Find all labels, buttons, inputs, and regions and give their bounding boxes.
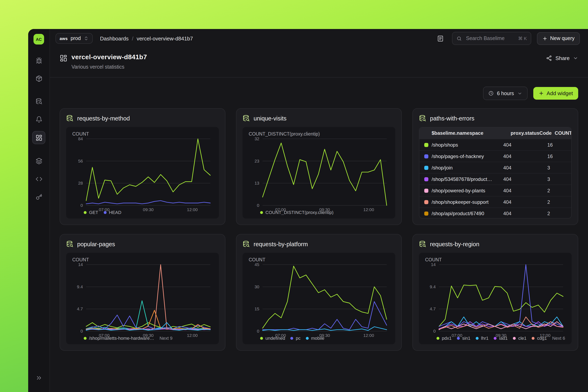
svg-text:09:30: 09:30: [143, 333, 154, 338]
svg-text:84: 84: [78, 136, 83, 141]
svg-text:28: 28: [78, 181, 83, 186]
statuscode-cell: 404: [503, 199, 547, 205]
widget-header: paths-with-errors: [419, 115, 572, 122]
svg-text:14: 14: [78, 262, 83, 267]
new-query-button[interactable]: New query: [537, 32, 580, 45]
widget-header: popular-pages: [66, 240, 219, 248]
widget-title: requests-by-region: [430, 241, 480, 248]
widget-paths-with-errors: paths-with-errors $baselime.namespace pr…: [412, 108, 578, 225]
package-icon[interactable]: [33, 72, 45, 84]
breadcrumb-dashboards[interactable]: Dashboards: [100, 35, 128, 42]
bell-icon[interactable]: [33, 113, 45, 125]
svg-text:07:00: 07:00: [452, 333, 462, 338]
page-subtitle: Various vercel statistics: [72, 64, 147, 70]
column-header-count[interactable]: COUNT: [555, 130, 572, 136]
layers-icon[interactable]: [33, 155, 45, 167]
svg-text:12:00: 12:00: [187, 333, 198, 338]
row-swatch: [424, 143, 428, 147]
share-button[interactable]: Share: [546, 54, 578, 61]
svg-text:12:00: 12:00: [364, 207, 374, 212]
svg-text:12:00: 12:00: [364, 333, 374, 338]
count-cell: 2: [547, 199, 571, 205]
sidebar-expand-icon[interactable]: [33, 372, 45, 384]
environment-selector[interactable]: aws prod: [56, 33, 93, 44]
widget-grid: requests-by-method COUNT 028568407:0009:…: [50, 100, 588, 351]
code-icon[interactable]: [33, 173, 45, 185]
line-chart[interactable]: 015304507:0009:3012:00: [248, 262, 390, 334]
row-swatch: [424, 200, 428, 204]
svg-text:23: 23: [254, 159, 259, 163]
page-title: vercel-overview-d841b7: [72, 54, 147, 61]
chart-panel: COUNT 04.79.41407:0009:3012:00 pdx1sin1l…: [419, 253, 572, 344]
svg-text:9.4: 9.4: [77, 284, 83, 289]
widget-popular-pages: popular-pages COUNT 04.79.41407:0009:301…: [60, 234, 226, 351]
svg-text:07:00: 07:00: [275, 207, 286, 212]
share-icon: [546, 55, 552, 61]
statuscode-cell: 404: [503, 210, 547, 216]
key-icon[interactable]: [33, 191, 45, 203]
search-input[interactable]: [465, 35, 515, 42]
metric-label: COUNT: [72, 257, 214, 262]
statuscode-cell: 404: [503, 188, 547, 193]
count-cell: 3: [547, 165, 571, 170]
svg-text:13: 13: [254, 181, 259, 186]
time-range-selector[interactable]: 6 hours: [483, 86, 527, 100]
table-row[interactable]: /shop/pages-of-hackney40416: [419, 150, 571, 162]
count-cell: 2: [547, 188, 571, 193]
svg-text:09:30: 09:30: [319, 207, 330, 212]
dashboard-title-icon: [60, 54, 68, 64]
svg-text:32: 32: [254, 136, 259, 141]
topbar: aws prod Dashboards / vercel-overview-d8…: [50, 29, 588, 48]
widget-header: requests-by-platform: [242, 240, 395, 248]
chart-panel: COUNT_DISTINCT(proxy.clientip) 013233207…: [242, 127, 395, 218]
svg-text:0: 0: [80, 203, 83, 208]
svg-text:07:00: 07:00: [99, 207, 110, 212]
widget-header: requests-by-method: [66, 115, 219, 122]
widget-title: requests-by-method: [77, 115, 130, 122]
column-header-statuscode[interactable]: proxy.statusCode: [510, 130, 555, 136]
log-panel-icon[interactable]: [434, 32, 446, 44]
avatar[interactable]: AC: [34, 34, 44, 44]
svg-text:09:30: 09:30: [319, 333, 330, 338]
metric-label: COUNT_DISTINCT(proxy.clientip): [248, 132, 390, 136]
database-search-icon[interactable]: [33, 95, 45, 108]
chevrons-up-down-icon: [84, 36, 88, 41]
widget-header: requests-by-region: [419, 240, 572, 248]
table-row[interactable]: /shop/api/product/674904042: [419, 208, 571, 218]
dashboard-icon[interactable]: [32, 131, 45, 144]
bug-icon[interactable]: [33, 54, 45, 66]
chart-canvas: 04.79.41407:0009:3012:00: [72, 262, 214, 338]
line-chart[interactable]: 04.79.41407:0009:3012:00: [424, 262, 566, 334]
line-chart[interactable]: 028568407:0009:3012:00: [72, 136, 214, 208]
breadcrumb: Dashboards / vercel-overview-d841b7: [100, 35, 193, 42]
table-row[interactable]: /shop/powered-by-plants4042: [419, 184, 571, 196]
table-row[interactable]: /shop/shops40416: [419, 139, 571, 150]
errors-table: $baselime.namespace proxy.statusCode COU…: [419, 127, 572, 218]
svg-text:07:00: 07:00: [275, 333, 286, 338]
column-header-namespace[interactable]: $baselime.namespace: [419, 130, 510, 136]
namespace-cell: /shop/pages-of-hackney: [432, 153, 487, 159]
widget-requests-by-region: requests-by-region COUNT 04.79.41407:000…: [412, 234, 578, 351]
new-query-label: New query: [550, 36, 575, 41]
svg-text:0: 0: [80, 329, 83, 334]
search-bar[interactable]: ⌘ K: [452, 32, 532, 45]
svg-text:45: 45: [254, 262, 259, 267]
aws-logo: aws: [60, 36, 68, 41]
line-chart[interactable]: 04.79.41407:0009:3012:00: [72, 262, 214, 334]
statuscode-cell: 404: [503, 176, 547, 182]
desktop-background: AC: [0, 0, 588, 392]
table-row[interactable]: /shop/534587678/product…4043: [419, 173, 571, 184]
table-row[interactable]: /shop/shopkeeper-support4042: [419, 196, 571, 208]
time-range-label: 6 hours: [497, 90, 514, 96]
metric-label: COUNT: [248, 257, 390, 262]
add-widget-button[interactable]: Add widget: [533, 87, 578, 100]
widget-unique-visits: unique-visits COUNT_DISTINCT(proxy.clien…: [236, 108, 402, 225]
line-chart[interactable]: 013233207:0009:3012:00: [248, 136, 390, 208]
share-label: Share: [556, 55, 570, 61]
breadcrumb-current[interactable]: vercel-overview-d841b7: [136, 35, 193, 42]
widget-title: popular-pages: [77, 241, 115, 248]
metric-label: COUNT: [72, 132, 214, 136]
chevron-down-icon: [573, 56, 578, 61]
row-swatch: [424, 166, 428, 170]
table-row[interactable]: /shop/join4043: [419, 162, 571, 173]
